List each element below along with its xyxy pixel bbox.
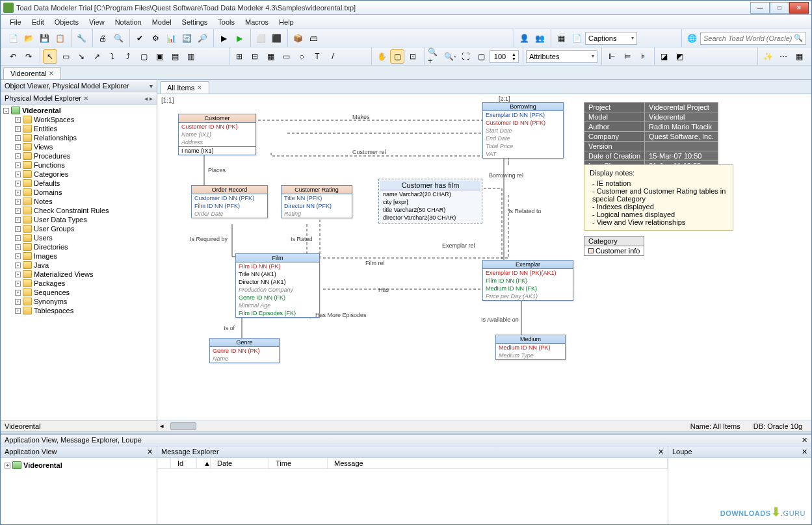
entity-order-record[interactable]: Order Record Customer ID NN (PFK) Film I…: [191, 185, 268, 218]
tree-item[interactable]: +Images: [14, 251, 155, 261]
next-icon[interactable]: ▸: [150, 95, 153, 102]
entity-customer[interactable]: Customer Customer ID NN (PK) Name (IX1) …: [178, 114, 256, 155]
entity-genre[interactable]: Genre Genre ID NN (PK) Name: [209, 338, 280, 363]
menu-macros[interactable]: Macros: [240, 17, 274, 27]
rel2-icon[interactable]: ↗: [90, 49, 104, 64]
tree-item[interactable]: +WorkSpaces: [14, 115, 155, 124]
tree-item[interactable]: +Java: [14, 261, 155, 270]
entity-borrowing[interactable]: Borrowing Exemplar ID NN (PFK) Customer …: [482, 102, 564, 159]
sql-icon[interactable]: ⚙: [148, 31, 163, 45]
tree-item[interactable]: +Categories: [14, 170, 155, 179]
expand-icon[interactable]: ⬜: [254, 31, 268, 45]
captions-dropdown[interactable]: Captions: [585, 32, 637, 45]
shape4-icon[interactable]: ▥: [183, 49, 198, 64]
tree-item[interactable]: +Domains: [14, 188, 155, 197]
minimize-button[interactable]: —: [750, 2, 770, 14]
tree-item[interactable]: +Notes: [14, 197, 155, 206]
align3-icon[interactable]: ⊧: [636, 49, 650, 64]
package-icon[interactable]: 📦: [291, 31, 305, 45]
tree-item[interactable]: +Sequences: [14, 288, 155, 297]
view-customer-has-film[interactable]: Customer has film name Varchar2(20 CHAR)…: [378, 179, 482, 224]
tree-item[interactable]: +User Groups: [14, 224, 155, 233]
display-level-dropdown[interactable]: Attributes: [526, 50, 597, 63]
clipboard-icon[interactable]: 📋: [53, 31, 67, 45]
new-file-icon[interactable]: 📄: [6, 31, 20, 45]
table-icon[interactable]: ▦: [263, 49, 278, 64]
compare-icon[interactable]: 🔄: [179, 31, 194, 45]
display-notes[interactable]: Display notes: - IE notation- Customer a…: [584, 164, 733, 231]
layout1-icon[interactable]: ⊞: [232, 49, 246, 64]
tree-item[interactable]: +User Data Types: [14, 215, 155, 224]
entity-film[interactable]: Film Film ID NN (PK) Title NN (AK1) Dire…: [235, 253, 320, 318]
entity-medium[interactable]: Medium Medium ID NN (PK) Medium Type: [495, 335, 566, 360]
rel1-icon[interactable]: ↘: [74, 49, 88, 64]
collapse-icon[interactable]: ⬛: [269, 31, 283, 45]
close-icon[interactable]: ✕: [147, 448, 153, 456]
search-input[interactable]: [703, 34, 794, 42]
text-icon[interactable]: T: [310, 49, 324, 64]
document-icon[interactable]: 📄: [570, 31, 584, 45]
tab-all-items[interactable]: All Items✕: [160, 81, 209, 94]
close-icon[interactable]: ✕: [802, 436, 807, 444]
canvas-hscroll[interactable]: ◂ Name: All Items DB: Oracle 10g: [157, 420, 811, 431]
box-icon[interactable]: 🗃: [306, 31, 321, 45]
tree-item[interactable]: +Users: [14, 233, 155, 242]
layout2-icon[interactable]: ⊟: [248, 49, 262, 64]
rel3-icon[interactable]: ⤵: [105, 49, 120, 64]
prev-icon[interactable]: ◂: [144, 95, 148, 102]
close-icon[interactable]: ✕: [49, 70, 54, 77]
menu-notation[interactable]: Notation: [110, 17, 147, 27]
tree-item[interactable]: +Check Constraint Rules: [14, 206, 155, 215]
properties-icon[interactable]: 🔧: [74, 31, 88, 45]
print-preview-icon[interactable]: 🔍: [111, 31, 125, 45]
nav-arrow-icon[interactable]: ▾: [150, 83, 153, 90]
appview-item[interactable]: +Videorental: [3, 461, 154, 470]
zoom-in-icon[interactable]: 🔍+: [427, 49, 441, 64]
zoom-fit-icon[interactable]: ⛶: [458, 49, 473, 64]
grid-icon[interactable]: ▦: [554, 31, 568, 45]
verify-icon[interactable]: ✔: [133, 31, 147, 45]
misc3-icon[interactable]: ▦: [792, 49, 806, 64]
zoom-spinner[interactable]: ▲▼: [490, 50, 519, 63]
tree-root[interactable]: -Videorental: [2, 106, 155, 115]
play-icon[interactable]: ▶: [232, 31, 246, 45]
search-box[interactable]: 🔍: [700, 32, 806, 45]
pan-icon[interactable]: ✋: [374, 49, 389, 64]
menu-objects[interactable]: Objects: [49, 17, 84, 27]
find-icon[interactable]: 🔎: [195, 31, 209, 45]
tree-item[interactable]: +Relationships: [14, 133, 155, 142]
menu-view[interactable]: View: [84, 17, 110, 27]
tree-item[interactable]: +Defaults: [14, 179, 155, 188]
align1-icon[interactable]: ⊩: [605, 49, 619, 64]
shape2-icon[interactable]: ▣: [152, 49, 166, 64]
menu-file[interactable]: File: [5, 17, 27, 27]
tree-item[interactable]: +Views: [14, 142, 155, 151]
shape1-icon[interactable]: ▢: [137, 49, 151, 64]
save-icon[interactable]: 💾: [37, 31, 51, 45]
rel4-icon[interactable]: ⤴: [121, 49, 135, 64]
rect-icon[interactable]: ▭: [279, 49, 293, 64]
maximize-button[interactable]: □: [770, 2, 789, 14]
tree-item[interactable]: +Packages: [14, 279, 155, 288]
tree-item[interactable]: +Procedures: [14, 151, 155, 160]
undo-icon[interactable]: ↶: [6, 49, 20, 64]
menu-edit[interactable]: Edit: [27, 17, 49, 27]
diagram-canvas[interactable]: [1:1]: [157, 94, 811, 420]
user-icon[interactable]: 👤: [517, 31, 531, 45]
layer1-icon[interactable]: ◪: [657, 49, 672, 64]
zoom-out-icon[interactable]: 🔍-: [443, 49, 457, 64]
print-icon[interactable]: 🖨: [96, 31, 110, 45]
menu-tools[interactable]: Tools: [213, 17, 240, 27]
category-box[interactable]: Category Customer info: [584, 236, 644, 256]
tree-item[interactable]: +Entities: [14, 124, 155, 133]
scroll-left-icon[interactable]: ◂: [160, 422, 164, 430]
misc2-icon[interactable]: ⋯: [776, 49, 791, 64]
tree-view[interactable]: -Videorental +WorkSpaces+Entities+Relati…: [1, 105, 157, 420]
tree-item[interactable]: +Synonyms: [14, 297, 155, 306]
circle-icon[interactable]: ○: [295, 49, 309, 64]
tree-item[interactable]: +Tablespaces: [14, 306, 155, 315]
search-icon[interactable]: 🔍: [794, 34, 803, 42]
entity-customer-rating[interactable]: Customer Rating Title NN (PFK) Director …: [281, 185, 352, 218]
menu-model[interactable]: Model: [147, 17, 177, 27]
tree-item[interactable]: +Directories: [14, 242, 155, 251]
